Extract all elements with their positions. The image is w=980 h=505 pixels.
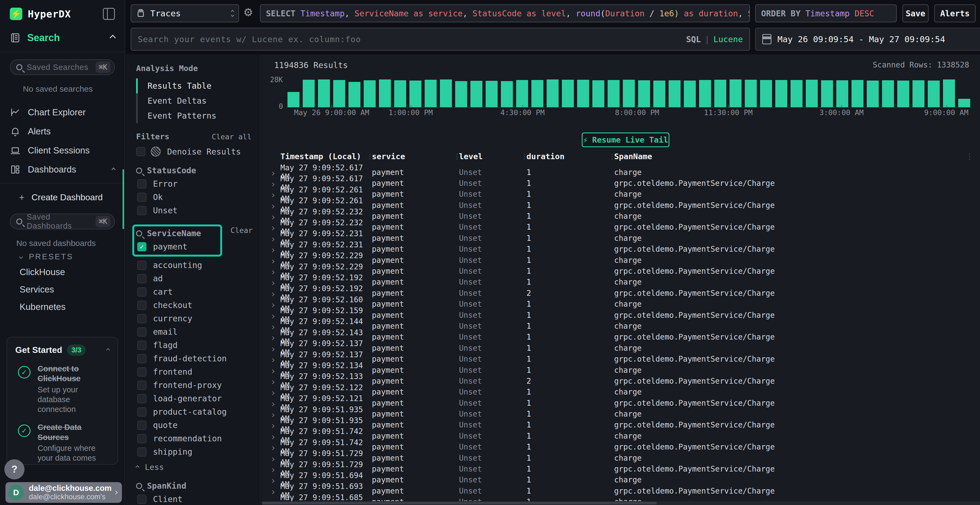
save-button[interactable]: Save (902, 4, 929, 22)
alerts-button[interactable]: Alerts (934, 4, 976, 22)
checkbox[interactable] (137, 421, 146, 430)
orderby-clause-input[interactable]: ORDER BY Timestamp DESC (755, 4, 897, 22)
clear-filter-button[interactable]: Clear (231, 226, 253, 235)
checkbox[interactable] (137, 260, 146, 270)
row-expand-icon[interactable] (267, 454, 280, 462)
col-spanname[interactable]: SpanName (614, 152, 964, 161)
row-expand-icon[interactable] (267, 234, 280, 243)
checklist-item[interactable]: ✓Create Data SourcesConfigure where your… (15, 422, 110, 465)
user-menu[interactable]: D dale@clickhouse.com dale@clickhouse.co… (5, 482, 122, 503)
analysis-mode-event-patterns[interactable]: Event Patterns (136, 108, 254, 123)
create-dashboard-button[interactable]: + Create Dashboard (0, 188, 125, 206)
row-expand-icon[interactable] (267, 354, 280, 364)
col-service[interactable]: service (372, 152, 453, 161)
checkbox[interactable] (137, 314, 146, 323)
column-resize-handle[interactable]: ⋮ (366, 152, 372, 160)
filter-option-currency[interactable]: currency (136, 314, 254, 323)
row-expand-icon[interactable] (267, 420, 280, 429)
row-expand-icon[interactable] (267, 311, 280, 320)
checkbox[interactable] (137, 434, 146, 443)
chevron-up-icon[interactable] (111, 168, 115, 172)
row-expand-icon[interactable] (267, 442, 280, 451)
source-settings-gear-icon[interactable]: ⚙ (243, 6, 253, 19)
row-expand-icon[interactable] (267, 190, 280, 199)
checkbox[interactable] (137, 287, 146, 297)
filter-option-flagd[interactable]: flagd (136, 340, 254, 350)
checkbox[interactable] (137, 327, 146, 337)
row-expand-icon[interactable] (267, 486, 280, 495)
filter-option-Error[interactable]: Error (136, 179, 254, 189)
checkbox[interactable] (137, 447, 146, 457)
filter-option-Unset[interactable]: Unset (136, 206, 254, 215)
checkbox[interactable] (137, 407, 146, 416)
chevron-up-icon[interactable] (106, 348, 110, 352)
row-expand-icon[interactable] (267, 168, 280, 177)
checkbox[interactable] (137, 495, 146, 504)
saved-dashboards-input[interactable]: Saved Dashboards ⌘K (10, 214, 115, 229)
sidebar-preset-clickhouse[interactable]: ClickHouse (0, 264, 125, 281)
row-expand-icon[interactable] (267, 344, 280, 353)
lang-toggle-lucene[interactable]: Lucene (713, 35, 743, 44)
row-expand-icon[interactable] (267, 387, 280, 397)
filter-option-fraud-detection[interactable]: fraud-detection (136, 354, 254, 363)
scrollbar-thumb[interactable] (262, 502, 657, 505)
checkbox[interactable] (137, 301, 146, 310)
row-expand-icon[interactable] (267, 432, 280, 440)
col-duration[interactable]: duration (527, 152, 609, 161)
checkbox[interactable] (137, 354, 146, 363)
filter-option-load-generator[interactable]: load-generator (136, 394, 254, 403)
lang-toggle-sql[interactable]: SQL (686, 35, 701, 44)
presets-toggle[interactable]: PRESETS (0, 248, 125, 264)
filter-option-checkout[interactable]: checkout (136, 300, 254, 310)
filter-option-frontend[interactable]: frontend (136, 367, 254, 376)
checklist-item[interactable]: ✓Connect to ClickHouseSet up your databa… (15, 364, 110, 414)
row-expand-icon[interactable] (267, 267, 280, 276)
date-range-picker[interactable]: May 26 09:09:54 - May 27 09:09:54 (755, 28, 980, 51)
table-row[interactable]: May 27 9:09:52.617 AMpaymentUnset1charge (267, 163, 964, 174)
denoise-results-row[interactable]: Denoise Results (136, 147, 254, 156)
checkbox[interactable] (137, 179, 146, 189)
sidebar-item-chart-explorer[interactable]: Chart Explorer (0, 103, 125, 122)
filter-option-quote[interactable]: quote (136, 420, 254, 430)
row-expand-icon[interactable] (267, 300, 280, 308)
column-resize-handle[interactable]: ⋮ (521, 152, 527, 160)
help-button[interactable]: ? (4, 459, 24, 480)
filter-option-accounting[interactable]: accounting (136, 260, 254, 270)
sidebar-item-dashboards[interactable]: Dashboards (0, 160, 125, 179)
checkbox[interactable] (137, 193, 146, 202)
horizontal-scrollbar[interactable] (262, 501, 980, 505)
filter-option-shipping[interactable]: shipping (136, 447, 254, 457)
row-expand-icon[interactable] (267, 222, 280, 232)
row-expand-icon[interactable] (267, 245, 280, 254)
search-input[interactable]: Search your events w/ Lucene ex. column:… (130, 28, 750, 51)
row-expand-icon[interactable] (267, 366, 280, 375)
checkbox[interactable] (137, 206, 146, 215)
checkbox[interactable]: ✓ (137, 242, 146, 251)
chevron-up-icon[interactable] (110, 35, 116, 41)
sidebar-preset-services[interactable]: Services (0, 281, 125, 298)
filter-option-cart[interactable]: cart (136, 287, 254, 297)
checkbox[interactable] (137, 274, 146, 283)
row-expand-icon[interactable] (267, 256, 280, 265)
select-clause-input[interactable]: SELECT Timestamp, ServiceName as service… (260, 4, 750, 22)
analysis-mode-event-deltas[interactable]: Event Deltas (136, 93, 254, 108)
row-expand-icon[interactable] (267, 475, 280, 484)
filter-option-Client[interactable]: Client (136, 494, 254, 504)
table-options-icon[interactable]: ⋮ (966, 152, 974, 161)
sidebar-item-search[interactable]: Search (10, 32, 115, 52)
checkbox[interactable] (137, 341, 146, 350)
row-expand-icon[interactable] (267, 322, 280, 330)
row-expand-icon[interactable] (267, 201, 280, 210)
sidebar-scrollbar[interactable] (123, 169, 124, 229)
checkbox[interactable] (137, 381, 146, 390)
clear-all-button[interactable]: Clear all (212, 132, 254, 141)
sidebar-preset-kubernetes[interactable]: Kubernetes (0, 298, 125, 316)
column-resize-handle[interactable]: ⋮ (609, 152, 614, 160)
row-expand-icon[interactable] (267, 289, 280, 298)
checkbox[interactable] (137, 394, 146, 403)
sidebar-item-client-sessions[interactable]: Client Sessions (0, 141, 125, 160)
filter-option-payment[interactable]: ✓payment (136, 242, 216, 251)
row-expand-icon[interactable] (267, 278, 280, 286)
col-timestamp[interactable]: Timestamp (Local) (280, 152, 366, 161)
filter-option-ad[interactable]: ad (136, 274, 254, 283)
